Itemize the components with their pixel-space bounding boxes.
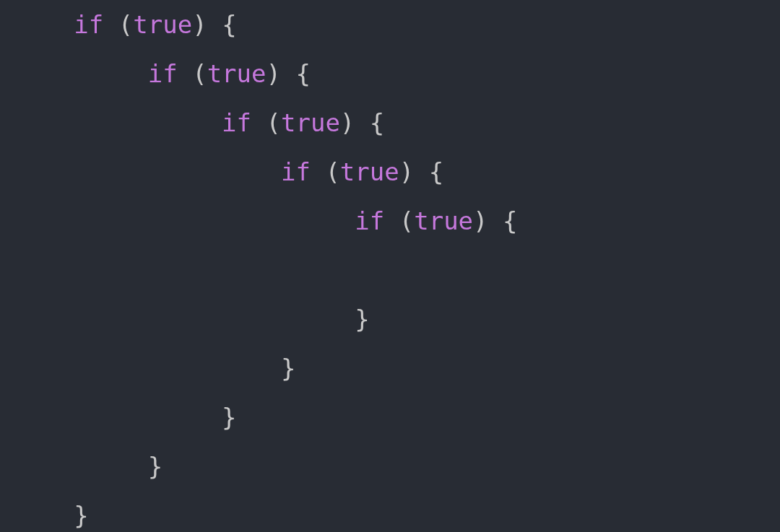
token-paren: ) — [266, 59, 281, 88]
token-boolean: true — [281, 108, 340, 137]
token-bracket: } — [74, 501, 88, 530]
token-keyword: if — [281, 157, 311, 186]
token-boolean: true — [133, 10, 192, 39]
code-line[interactable]: if (true) { — [0, 0, 780, 49]
token-plain — [251, 108, 266, 137]
token-plain — [311, 157, 325, 186]
token-bracket: { — [370, 108, 384, 137]
token-paren: ) — [473, 206, 488, 235]
code-line[interactable]: if (true) { — [0, 196, 780, 245]
token-bracket: { — [503, 206, 517, 235]
code-line[interactable]: if (true) { — [0, 49, 780, 98]
token-keyword: if — [74, 10, 103, 39]
token-paren: ) — [192, 10, 207, 39]
token-plain — [414, 157, 428, 186]
token-plain — [281, 59, 295, 88]
code-line[interactable]: } — [0, 491, 780, 532]
code-line[interactable]: } — [0, 344, 780, 393]
code-editor[interactable]: if (true) { if (true) { if (true) { if (… — [0, 0, 780, 532]
token-plain — [488, 206, 503, 235]
code-line[interactable]: } — [0, 442, 780, 491]
token-plain — [384, 206, 399, 235]
token-bracket: } — [281, 354, 295, 383]
token-paren: ( — [118, 10, 133, 39]
token-paren: ( — [266, 108, 280, 137]
token-bracket: { — [222, 10, 236, 39]
token-boolean: true — [340, 157, 399, 186]
token-bracket: } — [148, 452, 162, 481]
code-line[interactable] — [0, 245, 780, 295]
token-paren: ( — [325, 157, 339, 186]
token-bracket: } — [355, 305, 369, 333]
token-bracket: { — [295, 59, 310, 88]
token-plain — [103, 10, 118, 39]
token-boolean: true — [207, 59, 266, 88]
token-paren: ( — [399, 206, 414, 235]
token-paren: ( — [192, 59, 207, 88]
token-keyword: if — [148, 59, 178, 88]
code-line[interactable]: if (true) { — [0, 98, 780, 147]
code-line[interactable]: if (true) { — [0, 147, 780, 196]
token-bracket: { — [429, 157, 443, 186]
code-line[interactable]: } — [0, 393, 780, 442]
token-plain — [207, 10, 222, 39]
token-boolean: true — [414, 206, 473, 235]
token-paren: ) — [399, 157, 414, 186]
token-plain — [178, 59, 192, 88]
code-line[interactable]: } — [0, 295, 780, 344]
token-paren: ) — [340, 108, 355, 137]
token-keyword: if — [222, 108, 251, 137]
token-keyword: if — [355, 206, 384, 235]
token-bracket: } — [222, 403, 236, 432]
token-plain — [0, 256, 14, 284]
token-plain — [355, 108, 369, 137]
